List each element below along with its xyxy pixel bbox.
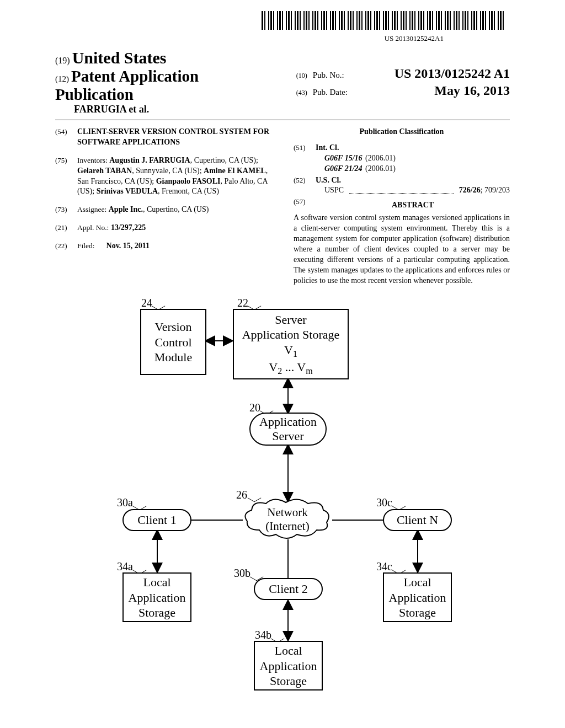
network-line2: (Internet) xyxy=(243,520,332,533)
header: (19) United States (12) Patent Applicati… xyxy=(55,49,510,120)
filed-label: Filed: xyxy=(77,242,95,250)
ref-22: 22 xyxy=(237,297,248,309)
invention-title: CLIENT-SERVER VERSION CONTROL SYSTEM FOR… xyxy=(77,127,271,148)
sas-line2: Application Storage xyxy=(242,327,340,342)
intcl-code-0: G06F 15/16 xyxy=(316,153,365,164)
barcode-area xyxy=(55,11,510,32)
oval-clientn: Client N xyxy=(383,509,452,531)
uspc-codes: 726/26; 709/203 xyxy=(459,185,510,196)
figure-diagram: 24 22 20 26 30a 30c 34a 34c 30b 34b Vers… xyxy=(100,297,465,721)
ref-34c: 34c xyxy=(376,560,392,573)
box-vcm: Version Control Module xyxy=(140,309,206,375)
vcm-line2: Control xyxy=(154,335,191,350)
country-title: United States xyxy=(72,49,167,67)
code-12: (12) xyxy=(55,74,69,83)
assignee-text: Apple Inc., Cupertino, CA (US) xyxy=(109,205,209,213)
ref-30a: 30a xyxy=(117,496,133,509)
box-las-c: Local Application Storage xyxy=(383,572,452,622)
title-num: (54) xyxy=(55,127,71,148)
filed-num: (22) xyxy=(55,241,71,251)
box-server-storage: Server Application Storage V1 V2 ... Vm xyxy=(233,309,349,379)
appl-label: Appl. No.: xyxy=(77,223,109,232)
box-las-a: Local Application Storage xyxy=(122,572,191,622)
pub-type-title: Patent Application Publication xyxy=(55,67,199,103)
intcl-code-1: G06F 21/24 xyxy=(316,164,365,174)
inventors-num: (75) xyxy=(55,156,71,197)
uspc-label: USPC xyxy=(324,185,344,196)
ref-20: 20 xyxy=(249,402,260,414)
las-a-line2: Application xyxy=(129,590,186,606)
appserver-line1: Application xyxy=(259,415,317,429)
ref-34b: 34b xyxy=(255,629,271,641)
barcode-graphic xyxy=(262,11,504,30)
las-a-line3: Storage xyxy=(138,605,175,620)
las-b-line3: Storage xyxy=(270,673,307,689)
uscl-num: (52) xyxy=(294,175,309,196)
pubdate-code: (43) xyxy=(296,89,307,97)
appl-text: 13/297,225 xyxy=(111,223,146,232)
oval-app-server: Application Server xyxy=(249,413,327,446)
abstract-title: ABSTRACT xyxy=(316,200,510,211)
barcode-text: US 20130125242A1 xyxy=(55,34,510,43)
intcl-label: Int. Cl. xyxy=(316,143,510,153)
oval-client2: Client 2 xyxy=(254,578,323,600)
sas-line1: Server xyxy=(275,312,306,328)
las-c-line1: Local xyxy=(403,575,431,590)
pubno-label: Pub. No.: xyxy=(313,71,344,80)
las-a-line1: Local xyxy=(143,575,170,590)
intcl-num: (51) xyxy=(294,143,309,174)
body-columns: (54) CLIENT-SERVER VERSION CONTROL SYSTE… xyxy=(55,127,510,286)
sas-versions: V1 V2 ... Vm xyxy=(269,342,312,377)
box-las-b: Local Application Storage xyxy=(254,641,323,690)
vcm-line3: Module xyxy=(154,350,192,365)
cloud-network: Network (Internet) xyxy=(243,498,332,541)
las-c-line3: Storage xyxy=(399,605,436,620)
pubdate-value: May 16, 2013 xyxy=(434,83,510,98)
pubno-code: (10) xyxy=(296,72,307,80)
assignee-num: (73) xyxy=(55,205,71,215)
vcm-line1: Version xyxy=(154,319,191,335)
abstract-num: (57) xyxy=(294,197,309,213)
appserver-line2: Server xyxy=(272,429,303,443)
pubno-value: US 2013/0125242 A1 xyxy=(395,66,510,81)
right-column: Publication Classification (51) Int. Cl.… xyxy=(294,127,510,286)
ref-30b: 30b xyxy=(234,567,250,580)
filed-text: Nov. 15, 2011 xyxy=(97,242,150,250)
authors-line: FARRUGIA et al. xyxy=(74,104,149,115)
intcl-year-0: (2006.01) xyxy=(365,153,396,164)
assignee-label: Assignee: xyxy=(77,205,106,213)
dots-leader xyxy=(349,183,454,194)
oval-client1: Client 1 xyxy=(122,509,191,531)
appl-num: (21) xyxy=(55,223,71,233)
las-b-line2: Application xyxy=(260,659,317,674)
intcl-year-1: (2006.01) xyxy=(365,164,396,174)
left-column: (54) CLIENT-SERVER VERSION CONTROL SYSTE… xyxy=(55,127,271,286)
las-b-line1: Local xyxy=(274,643,302,659)
code-19: (19) xyxy=(55,56,70,65)
abstract-text: A software version control system manage… xyxy=(294,213,510,286)
classification-title: Publication Classification xyxy=(294,127,510,137)
ref-34a: 34a xyxy=(117,560,133,573)
ref-24: 24 xyxy=(141,297,152,309)
pubdate-label: Pub. Date: xyxy=(313,88,348,97)
las-c-line2: Application xyxy=(389,590,446,606)
inventors-label: Inventors: xyxy=(77,156,108,164)
ref-30c: 30c xyxy=(376,496,392,509)
network-line1: Network xyxy=(243,506,332,520)
